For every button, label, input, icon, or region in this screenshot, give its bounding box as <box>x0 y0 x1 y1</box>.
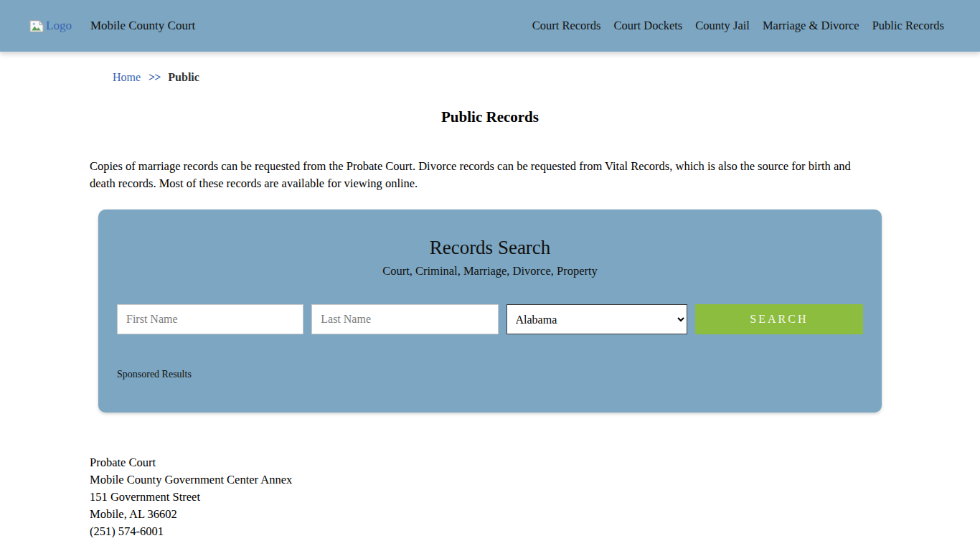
address-line: Mobile County Government Center Annex <box>90 471 980 489</box>
header: Logo Mobile County Court Court Records C… <box>0 0 980 52</box>
records-search-panel: Records Search Court, Criminal, Marriage… <box>98 209 882 413</box>
first-name-input[interactable] <box>117 304 303 334</box>
search-form: Alabama SEARCH <box>117 304 863 334</box>
addresses: Probate Court Mobile County Government C… <box>90 454 980 551</box>
panel-title: Records Search <box>117 237 863 259</box>
nav-county-jail[interactable]: County Jail <box>695 19 750 33</box>
address-line: Mobile, AL 36602 <box>90 506 980 523</box>
intro-paragraph: Copies of marriage records can be reques… <box>90 158 861 192</box>
address-line: (251) 574-6001 <box>90 523 980 540</box>
breadcrumb-separator: >> <box>149 71 160 84</box>
breadcrumb-current: Public <box>168 71 199 84</box>
state-select[interactable]: Alabama <box>507 304 687 334</box>
nav-public-records[interactable]: Public Records <box>872 19 944 33</box>
broken-image-icon <box>29 19 44 33</box>
logo-alt-text[interactable]: Logo <box>46 19 72 33</box>
address-line: Probate Court <box>90 454 980 471</box>
page-title: Public Records <box>0 108 980 126</box>
last-name-input[interactable] <box>311 304 498 334</box>
probate-court-address: Probate Court Mobile County Government C… <box>90 454 980 540</box>
breadcrumb: Home >> Public <box>0 52 980 84</box>
site-title: Mobile County Court <box>90 19 195 33</box>
main-content: Public Records Copies of marriage record… <box>0 108 980 551</box>
address-line: 151 Government Street <box>90 489 980 506</box>
nav-court-dockets[interactable]: Court Dockets <box>614 19 683 33</box>
panel-subtitle: Court, Criminal, Marriage, Divorce, Prop… <box>117 264 863 278</box>
main-nav: Court Records Court Dockets County Jail … <box>532 19 944 33</box>
breadcrumb-home-link[interactable]: Home <box>113 71 141 84</box>
sponsored-results-label: Sponsored Results <box>117 369 863 380</box>
nav-court-records[interactable]: Court Records <box>532 19 601 33</box>
logo-link[interactable]: Logo <box>29 19 72 33</box>
search-button[interactable]: SEARCH <box>695 304 863 334</box>
nav-marriage-divorce[interactable]: Marriage & Divorce <box>763 19 859 33</box>
